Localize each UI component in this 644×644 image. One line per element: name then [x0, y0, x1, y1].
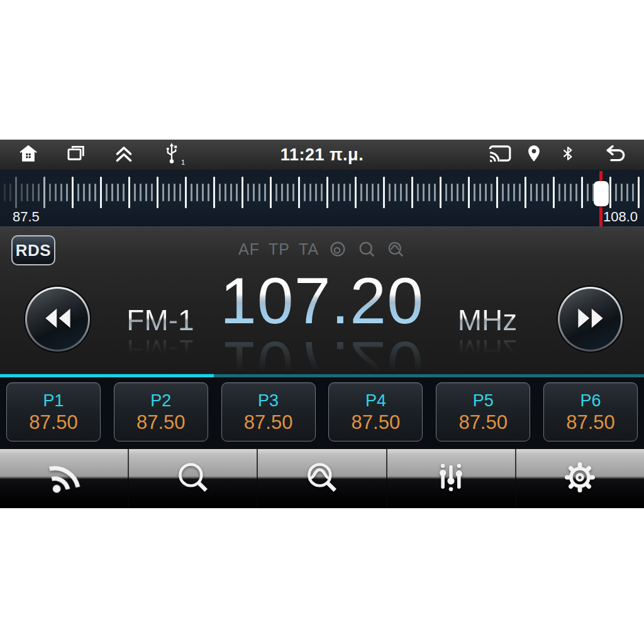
home-button[interactable]	[16, 142, 40, 167]
scan-status-icon	[386, 239, 406, 259]
usb-icon	[162, 141, 181, 169]
preset-label: P1	[43, 391, 64, 410]
tp-flag: TP	[269, 240, 290, 258]
screenshot-canvas: 1 11:21 π.μ.	[0, 0, 644, 644]
preset-label: P5	[473, 391, 494, 410]
status-bar-left: 1	[0, 142, 184, 167]
preset-button-6[interactable]: P6 87.50	[543, 382, 638, 441]
preset-button-4[interactable]: P4 87.50	[328, 382, 423, 441]
expand-up-button[interactable]	[112, 142, 136, 167]
usb-count-badge: 1	[181, 158, 185, 166]
preset-frequency: 87.50	[352, 412, 401, 433]
cast-button[interactable]	[488, 142, 512, 167]
preset-row: P1 87.50 P2 87.50 P3 87.50 P4 87.50 P5 8…	[0, 377, 644, 448]
radio-main-panel: RDS AF TP TA FM-1	[0, 228, 644, 374]
tuner-indicator-thumb[interactable]	[594, 181, 609, 206]
seek-forward-button[interactable]	[558, 287, 623, 352]
cast-icon	[488, 143, 512, 166]
frequency-unit: MHz	[421, 304, 553, 336]
preset-button-1[interactable]: P1 87.50	[6, 382, 101, 441]
radio-flags: AF TP TA	[0, 239, 644, 259]
status-bar-right	[488, 142, 644, 167]
clock: 11:21 π.μ.	[280, 140, 364, 170]
back-button[interactable]	[604, 142, 628, 167]
rds-broadcast-button[interactable]	[0, 449, 129, 508]
preset-label: P6	[580, 391, 601, 410]
recent-apps-icon	[65, 143, 87, 167]
equalizer-button[interactable]	[387, 449, 516, 508]
preset-button-3[interactable]: P3 87.50	[221, 382, 316, 441]
scale-max-label: 108.0	[603, 209, 638, 225]
bluetooth-icon	[560, 143, 576, 167]
equalizer-icon	[433, 460, 469, 497]
chevron-double-up-icon	[112, 142, 136, 167]
home-icon	[17, 143, 40, 167]
scan-button[interactable]	[258, 449, 387, 508]
search-icon	[175, 459, 211, 498]
search-status-icon	[357, 239, 377, 259]
location-status	[522, 142, 546, 167]
preset-frequency: 87.50	[566, 412, 615, 433]
preset-button-5[interactable]: P5 87.50	[436, 382, 530, 441]
preset-frequency: 87.50	[29, 412, 78, 433]
fast-forward-icon	[575, 307, 606, 332]
gear-icon	[562, 460, 597, 497]
back-icon	[603, 143, 628, 167]
af-flag: AF	[238, 240, 260, 258]
preset-frequency: 87.50	[244, 412, 293, 433]
preset-button-2[interactable]: P2 87.50	[114, 382, 208, 441]
rds-broadcast-icon	[47, 460, 82, 497]
usb-status: 1	[160, 142, 184, 167]
location-icon	[525, 143, 543, 167]
ta-flag: TA	[299, 240, 319, 258]
preset-frequency: 87.50	[136, 412, 186, 433]
head-unit-screen: 1 11:21 π.μ.	[0, 140, 644, 508]
bottom-toolbar	[0, 448, 644, 508]
preset-label: P4	[365, 391, 386, 410]
preset-frequency: 87.50	[458, 412, 508, 433]
preset-label: P3	[258, 391, 279, 410]
preset-label: P2	[150, 391, 171, 410]
recent-apps-button[interactable]	[64, 142, 88, 167]
frequency-unit-reflection: MHz	[421, 335, 553, 366]
tuner-scale[interactable]: 87.5 108.0	[0, 170, 644, 228]
status-bar: 1 11:21 π.μ.	[0, 140, 644, 170]
seek-search-button[interactable]	[129, 449, 258, 508]
tuner-indicator[interactable]	[599, 171, 602, 226]
settings-button[interactable]	[516, 449, 644, 508]
loop-icon	[328, 239, 348, 259]
bluetooth-status	[556, 142, 580, 167]
tuner-scale-ticks	[0, 174, 644, 214]
scan-icon	[304, 459, 340, 498]
scale-min-label: 87.5	[13, 209, 40, 225]
